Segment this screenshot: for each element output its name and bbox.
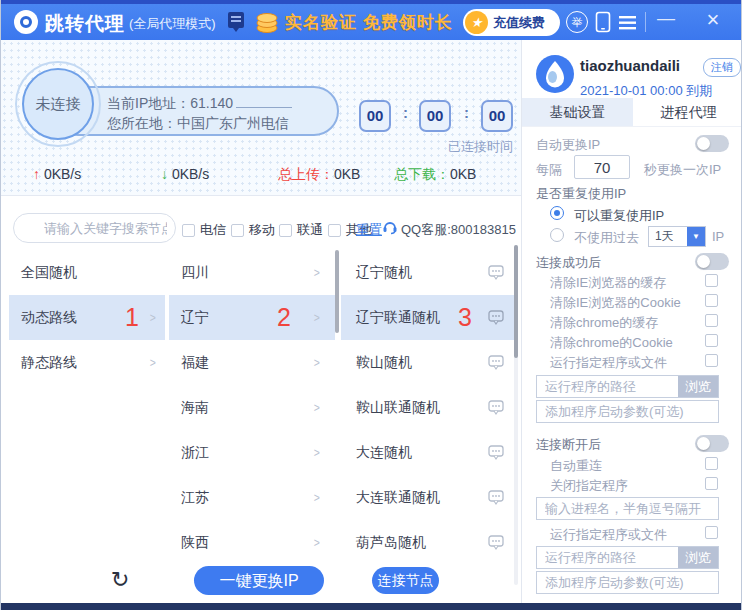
chevron-right-icon: > [314, 355, 320, 370]
search-input[interactable] [13, 213, 176, 243]
app-title: 跳转代理 [45, 11, 125, 37]
browse-button[interactable]: 浏览 [678, 547, 718, 568]
change-ip-button[interactable]: 一键更换IP [194, 566, 324, 595]
node-row[interactable]: 辽宁随机 [341, 250, 518, 295]
menu-icon[interactable] [619, 16, 636, 34]
filter-label: 联通 [297, 221, 323, 239]
reset-link[interactable]: 重置 [356, 221, 382, 239]
tab-basic-settings[interactable]: 基础设置 [522, 98, 633, 127]
titlebar: 跳转代理 (全局代理模式) 实名验证 免费领时长 ★ 充值续费 举 [1, 0, 741, 40]
close-program-checkbox[interactable] [705, 477, 718, 490]
logout-button[interactable]: 注销 [703, 58, 741, 77]
checkbox-icon[interactable] [231, 224, 244, 237]
clear-ie-cookie-label: 清除IE浏览器的Cookie [550, 294, 681, 312]
node-label: 葫芦岛随机 [356, 534, 426, 552]
run-program-checkbox[interactable] [705, 354, 718, 367]
node-row[interactable]: 浙江> [169, 430, 335, 475]
filter-telecom[interactable]: 电信 [182, 221, 226, 239]
run-path2-field: 浏览 [536, 546, 719, 569]
node-row[interactable]: 鞍山随机 [341, 340, 518, 385]
run-program2-checkbox[interactable] [705, 526, 718, 539]
filter-unicom[interactable]: 联通 [279, 221, 323, 239]
args2-input[interactable] [536, 571, 719, 594]
interval-input[interactable] [574, 155, 630, 179]
node-row[interactable]: 全国随机 [9, 250, 165, 295]
node-row[interactable]: 大连随机 [341, 430, 518, 475]
refresh-icon[interactable]: ↻ [111, 567, 129, 593]
node-comment-icon[interactable] [488, 535, 504, 553]
chevron-right-icon: > [314, 445, 320, 460]
tab-process-proxy[interactable]: 进程代理 [633, 98, 742, 127]
reuse-allowed-radio[interactable] [550, 206, 564, 220]
node-comment-icon[interactable] [488, 265, 504, 283]
node-label: 大连随机 [356, 444, 412, 462]
recharge-button[interactable]: ★ 充值续费 [463, 9, 560, 36]
node-comment-icon[interactable] [488, 310, 504, 328]
report-glyph: 举 [572, 15, 583, 30]
node-row[interactable]: 福建> [169, 340, 335, 385]
reuse-period-dropdown[interactable]: 1天 ▼ [648, 226, 706, 247]
run-path-input[interactable] [537, 376, 678, 397]
clear-chrome-cache-checkbox[interactable] [705, 314, 718, 327]
annotation-marker-2: 2 [277, 305, 291, 330]
dropdown-arrow-icon[interactable]: ▼ [687, 227, 705, 246]
node-row[interactable]: 葫芦岛随机 [341, 520, 518, 565]
no-reuse-radio[interactable] [550, 228, 564, 242]
node-row-selected[interactable]: 辽宁联通随机 3 [341, 295, 518, 340]
ip-value: 61.140 [190, 95, 233, 111]
clear-ie-cookie-checkbox[interactable] [705, 294, 718, 307]
node-row[interactable]: 陕西> [169, 520, 335, 565]
after-disconnect-toggle[interactable] [695, 435, 729, 452]
node-row[interactable]: 四川> [169, 250, 335, 295]
filter-label: 电信 [200, 221, 226, 239]
titlebar-divider [645, 12, 646, 32]
node-label: 全国随机 [21, 264, 77, 282]
connect-node-button[interactable]: 连接节点 [372, 567, 439, 594]
node-comment-icon[interactable] [488, 490, 504, 508]
after-connect-toggle[interactable] [695, 253, 729, 270]
close-program-label: 关闭指定程序 [550, 477, 628, 495]
filter-mobile[interactable]: 移动 [231, 221, 275, 239]
auto-reconnect-checkbox[interactable] [705, 457, 718, 470]
clear-ie-cache-checkbox[interactable] [705, 274, 718, 287]
chevron-right-icon: > [314, 535, 320, 550]
avatar [535, 54, 575, 98]
node-row[interactable]: 江苏> [169, 475, 335, 520]
node-row[interactable]: 鞍山联通随机 [341, 385, 518, 430]
auto-change-ip-toggle[interactable] [695, 135, 729, 152]
connection-status-panel: 当前IP地址：61.140 您所在地：中国广东广州电信 未连接 00 : 00 … [1, 40, 521, 196]
connection-state-indicator[interactable]: 未连接 [15, 61, 101, 147]
node-label: 辽宁联通随机 [356, 309, 440, 327]
promo-link[interactable]: 实名验证 免费领时长 [285, 11, 453, 34]
node-column-level3: 辽宁随机 辽宁联通随机 3 鞍山随机 鞍山联通随机 大连随机 大连联通随机 葫芦… [341, 250, 518, 565]
node-row-selected[interactable]: 辽宁 2 > [169, 295, 335, 340]
node-comment-icon[interactable] [488, 400, 504, 418]
reuse-ip-title: 是否重复使用IP [536, 185, 626, 203]
scrollbar-thumb[interactable] [335, 250, 339, 333]
node-row[interactable]: 大连联通随机 [341, 475, 518, 520]
node-comment-icon[interactable] [488, 445, 504, 463]
minimize-button[interactable]: — [651, 8, 681, 29]
run-path2-input[interactable] [537, 547, 678, 568]
args-input[interactable] [536, 400, 719, 423]
report-icon[interactable]: 举 [566, 11, 588, 33]
coins-icon[interactable] [255, 12, 279, 38]
node-row[interactable]: 海南> [169, 385, 335, 430]
chevron-right-icon: > [314, 400, 320, 415]
node-comment-icon[interactable] [488, 355, 504, 373]
checkbox-icon[interactable] [328, 224, 341, 237]
mobile-app-icon[interactable] [595, 11, 611, 37]
process-names-input[interactable] [536, 497, 719, 520]
close-button[interactable]: × [697, 7, 729, 33]
checkbox-icon[interactable] [279, 224, 292, 237]
scrollbar-thumb[interactable] [514, 245, 518, 358]
node-row-selected[interactable]: 动态路线 1 > [9, 295, 165, 340]
clear-chrome-cookie-checkbox[interactable] [705, 334, 718, 347]
node-label: 大连联通随机 [356, 489, 440, 507]
interval-suffix: 秒更换一次IP [644, 161, 721, 179]
chevron-right-icon: > [314, 490, 320, 505]
browse-button[interactable]: 浏览 [678, 376, 718, 397]
node-row[interactable]: 静态路线 > [9, 340, 165, 385]
node-label: 福建 [181, 354, 209, 372]
checkbox-icon[interactable] [182, 224, 195, 237]
